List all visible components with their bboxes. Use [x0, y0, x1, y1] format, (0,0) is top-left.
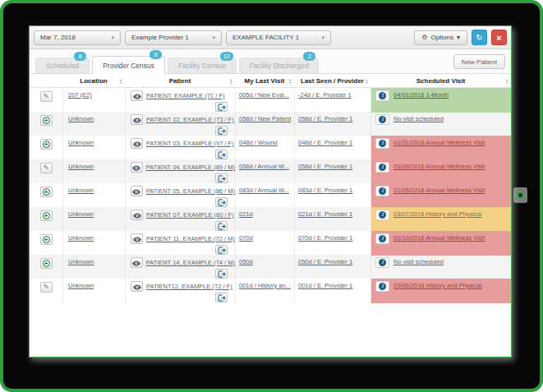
view-patient-button[interactable]: [131, 281, 143, 292]
location-link[interactable]: Unknown: [68, 210, 94, 218]
last-seen-link[interactable]: -24d / E. Provider 1: [298, 91, 352, 99]
tab-scheduled[interactable]: Scheduled 8: [35, 58, 90, 73]
sort-icon[interactable]: ↕: [505, 77, 508, 85]
transfer-patient-button[interactable]: [215, 293, 228, 302]
column-header-last-seen[interactable]: Last Seen / Provider ↕: [294, 77, 370, 85]
facility-dropdown[interactable]: EXAMPLE FACILITY 1 ▾: [226, 30, 331, 45]
my-last-visit-link[interactable]: 048d / Wound: [239, 139, 278, 146]
scheduled-visit-link[interactable]: 03/07/2018 History and Physical: [393, 210, 482, 218]
transfer-patient-button[interactable]: [215, 126, 228, 136]
floating-brand-widget[interactable]: [513, 187, 527, 203]
add-location-button[interactable]: +: [40, 115, 53, 126]
location-link[interactable]: Unknown: [68, 258, 94, 265]
last-seen-link[interactable]: 050d / E. Provider 1: [298, 258, 352, 265]
edit-location-button[interactable]: ✎: [40, 91, 53, 102]
add-location-button[interactable]: +: [40, 139, 53, 150]
transfer-patient-button[interactable]: [215, 221, 228, 231]
scheduled-visit-link[interactable]: 01/09/2018 Annual Wellness Visit: [393, 163, 485, 170]
patient-link[interactable]: PATIENT 03, EXAMPLE (97 / F): [146, 140, 234, 147]
view-patient-button[interactable]: [131, 233, 143, 244]
scheduled-visit-link[interactable]: 01/31/2018 Annual Wellness Visit: [393, 139, 485, 146]
scheduled-visit-link[interactable]: 04/01/2018 1-Month: [393, 91, 449, 99]
patient-link[interactable]: PATIENT, EXAMPLE (71 / F): [146, 92, 225, 99]
edit-location-button[interactable]: ✎: [40, 282, 53, 293]
info-button[interactable]: i: [375, 90, 389, 101]
last-seen-link[interactable]: 083d / E. Provider 1: [298, 187, 352, 194]
tab-facility-census[interactable]: Facility Census 12: [168, 58, 237, 73]
my-last-visit-link[interactable]: 070d: [239, 234, 253, 242]
last-seen-link[interactable]: 021d / E. Provider 1: [298, 210, 352, 218]
provider-dropdown[interactable]: Example Provider 1 ▾: [125, 30, 222, 45]
patient-link[interactable]: PATIENT 02, EXAMPLE (73 / F): [146, 116, 234, 123]
last-seen-link[interactable]: 058d / E. Provider 1: [298, 163, 352, 170]
patient-link[interactable]: PATIENT12, EXAMPLE (72 / F): [146, 283, 232, 290]
transfer-patient-button[interactable]: [215, 245, 228, 255]
view-patient-button[interactable]: [131, 138, 143, 149]
scheduled-visit-link[interactable]: No visit scheduled: [393, 258, 444, 265]
close-button[interactable]: ×: [491, 30, 507, 45]
view-patient-button[interactable]: [131, 186, 143, 196]
location-link[interactable]: Unknown: [68, 234, 94, 242]
my-last-visit-link[interactable]: 005d / New Eval...: [239, 91, 289, 99]
location-link[interactable]: Unknown: [68, 139, 94, 146]
patient-link[interactable]: PATIENT 11, EXAMPLE (72 / M): [146, 235, 235, 242]
date-dropdown[interactable]: Mar 7, 2018 ▾: [34, 30, 121, 45]
add-location-button[interactable]: +: [40, 258, 53, 269]
sort-icon[interactable]: ↕: [288, 77, 292, 85]
patient-link[interactable]: PATIENT 14, EXAMPLE (74 / M): [146, 259, 235, 266]
my-last-visit-link[interactable]: 021d: [239, 210, 253, 218]
column-header-location[interactable]: Location ↕: [62, 77, 125, 85]
scheduled-visit-link[interactable]: 03/06/2018 History and Physical: [393, 282, 482, 289]
info-button[interactable]: i: [375, 114, 389, 125]
new-patient-button[interactable]: New Patient: [453, 54, 505, 69]
scheduled-visit-link[interactable]: 01/05/2018 Annual Wellness Visit: [393, 187, 485, 194]
my-last-visit-link[interactable]: 083d / Annual W...: [239, 187, 289, 194]
info-button[interactable]: i: [375, 210, 389, 220]
info-button[interactable]: i: [375, 281, 389, 292]
last-seen-link[interactable]: 048d / E. Provider 1: [298, 139, 352, 146]
column-header-scheduled-visit[interactable]: Scheduled Visit ↕: [370, 77, 511, 85]
view-patient-button[interactable]: [131, 257, 143, 268]
info-button[interactable]: i: [375, 138, 389, 149]
info-button[interactable]: i: [375, 233, 389, 244]
view-patient-button[interactable]: [131, 210, 143, 220]
my-last-visit-link[interactable]: 058d / New Patient: [239, 115, 291, 122]
options-button[interactable]: ⚙ Options ▾: [414, 30, 467, 45]
location-link[interactable]: 207 (E2): [68, 91, 92, 99]
info-button[interactable]: i: [375, 162, 389, 173]
transfer-patient-button[interactable]: [215, 197, 228, 207]
last-seen-link[interactable]: 058d / E. Provider 1: [298, 115, 352, 122]
sort-icon[interactable]: ↕: [365, 77, 368, 85]
location-link[interactable]: Unknown: [68, 282, 94, 289]
view-patient-button[interactable]: [131, 162, 143, 173]
location-link[interactable]: Unknown: [68, 163, 94, 170]
last-seen-link[interactable]: 070d / E. Provider 1: [298, 234, 352, 242]
sort-icon[interactable]: ↕: [119, 77, 122, 85]
transfer-patient-button[interactable]: [215, 269, 228, 279]
tab-facility-discharged[interactable]: Facility Discharged 2: [239, 58, 320, 73]
scheduled-visit-link[interactable]: No visit scheduled: [393, 115, 444, 122]
patient-link[interactable]: PATIENT 07, EXAMPLE (80 / F): [146, 211, 234, 219]
transfer-patient-button[interactable]: [215, 150, 228, 159]
my-last-visit-link[interactable]: 050d: [239, 258, 253, 265]
location-link[interactable]: Unknown: [68, 187, 94, 194]
patient-link[interactable]: PATIENT 05, EXAMPLE (86 / M): [146, 187, 235, 195]
edit-location-button[interactable]: ✎: [40, 163, 53, 173]
info-button[interactable]: i: [375, 257, 389, 268]
add-location-button[interactable]: +: [40, 234, 53, 245]
add-location-button[interactable]: +: [40, 187, 53, 197]
column-header-my-last-visit[interactable]: My Last Visit ↕: [235, 77, 294, 85]
view-patient-button[interactable]: [131, 90, 143, 101]
transfer-patient-button[interactable]: [215, 102, 228, 112]
scheduled-visit-link[interactable]: 01/10/2018 Annual Wellness Visit: [393, 234, 485, 242]
info-button[interactable]: i: [375, 186, 389, 196]
column-header-patient[interactable]: Patient ↕: [125, 77, 235, 85]
transfer-patient-button[interactable]: [215, 173, 228, 183]
view-patient-button[interactable]: [131, 114, 143, 125]
tab-provider-census[interactable]: Provider Census 9: [92, 56, 165, 74]
my-last-visit-link[interactable]: 001d / History an...: [239, 282, 291, 289]
location-link[interactable]: Unknown: [68, 115, 94, 122]
patient-link[interactable]: PATIENT 04, EXAMPLE (89 / M): [146, 164, 235, 171]
refresh-button[interactable]: ↻: [472, 30, 487, 45]
my-last-visit-link[interactable]: 058d / Annual W...: [239, 163, 289, 170]
